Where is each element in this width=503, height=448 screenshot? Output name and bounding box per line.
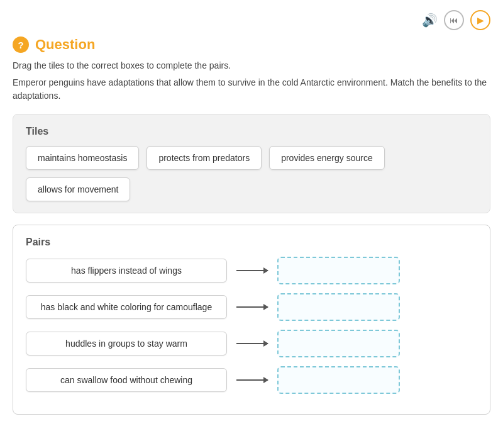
sound-button[interactable]: 🔊 bbox=[422, 13, 438, 28]
tile-provides-energy-source[interactable]: provides energy source bbox=[269, 146, 385, 170]
pair-left-2: has black and white coloring for camoufl… bbox=[26, 295, 227, 319]
rewind-button[interactable]: ⏮ bbox=[444, 10, 464, 30]
arrow-1 bbox=[227, 270, 277, 271]
arrow-line-2 bbox=[236, 306, 268, 308]
pair-drop-3[interactable] bbox=[277, 330, 400, 357]
question-header: ? Question bbox=[13, 36, 490, 53]
arrow-line-1 bbox=[236, 270, 268, 271]
rewind-icon: ⏮ bbox=[450, 15, 458, 25]
instruction-1: Drag the tiles to the correct boxes to c… bbox=[13, 59, 490, 72]
pair-left-4: can swallow food without chewing bbox=[26, 368, 227, 392]
tile-maintains-homeostasis[interactable]: maintains homeostasis bbox=[26, 146, 139, 170]
question-title: Question bbox=[35, 36, 95, 53]
play-button[interactable]: ▶ bbox=[470, 10, 490, 30]
tiles-grid: maintains homeostasis protects from pred… bbox=[26, 146, 477, 201]
pair-row-1: has flippers instead of wings bbox=[26, 257, 477, 284]
arrow-2 bbox=[227, 306, 277, 308]
pairs-section: Pairs has flippers instead of wings has … bbox=[13, 225, 490, 415]
pair-drop-4[interactable] bbox=[277, 366, 400, 394]
question-badge: ? bbox=[13, 36, 29, 53]
arrow-3 bbox=[227, 343, 277, 344]
pair-row-2: has black and white coloring for camoufl… bbox=[26, 293, 477, 321]
tiles-section: Tiles maintains homeostasis protects fro… bbox=[13, 114, 490, 213]
sound-icon: 🔊 bbox=[422, 13, 438, 28]
tiles-label: Tiles bbox=[26, 126, 477, 137]
toolbar: 🔊 ⏮ ▶ bbox=[13, 10, 490, 30]
tile-allows-for-movement[interactable]: allows for movement bbox=[26, 177, 130, 201]
tile-protects-from-predators[interactable]: protects from predators bbox=[146, 146, 262, 170]
arrow-4 bbox=[227, 379, 277, 381]
pair-left-1: has flippers instead of wings bbox=[26, 259, 227, 283]
arrow-line-4 bbox=[236, 379, 268, 381]
instruction-2: Emperor penguins have adaptations that a… bbox=[13, 76, 490, 103]
arrow-line-3 bbox=[236, 343, 268, 344]
pair-row-3: huddles in groups to stay warm bbox=[26, 330, 477, 357]
pair-drop-2[interactable] bbox=[277, 293, 400, 321]
pair-left-3: huddles in groups to stay warm bbox=[26, 332, 227, 356]
pair-drop-1[interactable] bbox=[277, 257, 400, 284]
play-icon: ▶ bbox=[477, 15, 484, 25]
pairs-label: Pairs bbox=[26, 237, 477, 248]
pair-row-4: can swallow food without chewing bbox=[26, 366, 477, 394]
